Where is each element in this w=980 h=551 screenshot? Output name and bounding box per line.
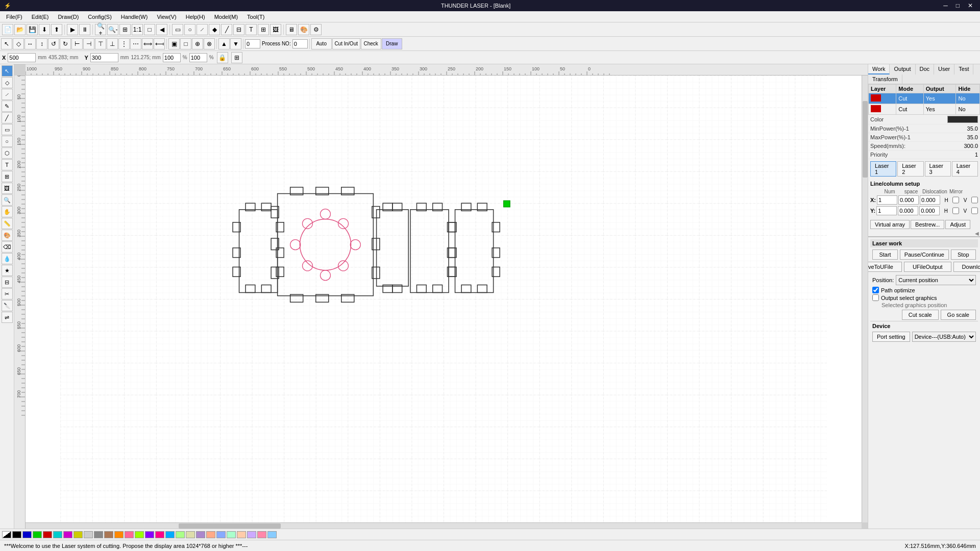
x-input[interactable] xyxy=(8,53,36,62)
color-button[interactable]: 🎨 xyxy=(298,24,309,35)
color-green[interactable] xyxy=(33,531,42,538)
measure-tool[interactable]: 📏 xyxy=(2,218,13,229)
menu-config[interactable]: Config(S) xyxy=(84,13,115,21)
zoom-fit-button[interactable]: ⊞ xyxy=(119,24,131,35)
order-back-btn[interactable]: ▼ xyxy=(230,38,241,49)
save-button[interactable]: 💾 xyxy=(27,24,38,35)
output-select-check[interactable] xyxy=(872,294,879,301)
break-btn[interactable]: ⊗ xyxy=(204,38,215,49)
close-button[interactable]: ✕ xyxy=(965,2,976,9)
cut-tool[interactable]: ✂ xyxy=(2,288,13,299)
color-orange[interactable] xyxy=(114,531,124,538)
color-hot-pink[interactable] xyxy=(155,531,164,538)
para-button[interactable]: ⊟ xyxy=(233,24,244,35)
start-button[interactable]: Start xyxy=(872,249,897,260)
star-tool[interactable]: ★ xyxy=(2,265,13,276)
import-button[interactable]: ⬇ xyxy=(39,24,50,35)
node-edit-tool[interactable]: ◇ xyxy=(13,38,24,49)
horizontal-scrollbar[interactable] xyxy=(26,522,862,529)
mirror-tool[interactable]: ⇌ xyxy=(2,312,13,323)
bezier-tool[interactable]: ⟋ xyxy=(2,89,13,100)
canvas-area[interactable] xyxy=(14,64,868,529)
text-tool[interactable]: T xyxy=(2,159,13,170)
maximize-button[interactable]: □ xyxy=(953,2,963,9)
layer-row-1[interactable]: Cut Yes No xyxy=(869,93,980,104)
lcs-y-mirror-v-check[interactable] xyxy=(971,207,978,215)
display-button[interactable]: 🖥 xyxy=(286,24,297,35)
export-button[interactable]: ⬆ xyxy=(51,24,62,35)
zoom-out-button[interactable]: 🔍- xyxy=(107,24,118,35)
color-tan[interactable] xyxy=(186,531,195,538)
menu-model[interactable]: Model(M) xyxy=(210,13,242,21)
lcs-y-mirror-h-check[interactable] xyxy=(952,207,959,215)
angle-input[interactable] xyxy=(245,39,260,48)
color-swatch-prop[interactable] xyxy=(947,116,978,123)
color-brown[interactable] xyxy=(104,531,113,538)
stop-button[interactable]: Stop xyxy=(951,249,976,260)
align-top-btn[interactable]: ⊤ xyxy=(95,38,106,49)
lcs-x-disloc[interactable] xyxy=(920,195,940,205)
color-pink[interactable] xyxy=(125,531,134,538)
auto-btn[interactable]: Auto xyxy=(311,38,332,49)
layer-row-2[interactable]: Cut Yes No xyxy=(869,104,980,115)
run-button[interactable]: ▶ xyxy=(67,24,78,35)
canvas-content[interactable] xyxy=(26,76,862,522)
color-red[interactable] xyxy=(43,531,52,538)
lcs-x-mirror-v-check[interactable] xyxy=(971,196,978,204)
menu-draw[interactable]: Draw(D) xyxy=(54,13,83,21)
vertical-scrollbar[interactable] xyxy=(862,76,868,522)
knive-tool[interactable]: 🔪 xyxy=(2,300,13,311)
polygon-tool[interactable]: ⬡ xyxy=(2,147,13,159)
color-magenta[interactable] xyxy=(63,531,72,538)
tab-test[interactable]: Test xyxy=(954,64,973,74)
color-blue[interactable] xyxy=(22,531,32,538)
lcs-x-space[interactable] xyxy=(898,195,919,205)
color-rose[interactable] xyxy=(257,531,266,538)
rect-tool[interactable]: ▭ xyxy=(2,124,13,135)
array-tool[interactable]: ⊟ xyxy=(2,277,13,288)
align-left-btn[interactable]: ⊢ xyxy=(71,38,83,49)
position-select[interactable]: Current position Origin Machine origin xyxy=(896,275,976,285)
grid-btn[interactable]: ⊞ xyxy=(231,52,242,63)
collapse-icon[interactable]: ◀ xyxy=(975,231,979,236)
menu-handle[interactable]: Handle(W) xyxy=(117,13,152,21)
ufile-output-button[interactable]: UFileOutput xyxy=(904,262,951,272)
line-button[interactable]: ╱ xyxy=(221,24,232,35)
save-to-ufile-button[interactable]: SaveToUFile xyxy=(868,262,902,272)
color-lavender[interactable] xyxy=(196,531,205,538)
line-tool[interactable]: ╱ xyxy=(2,112,13,123)
tab-doc[interactable]: Doc xyxy=(916,64,935,74)
open-button[interactable]: 📂 xyxy=(14,24,26,35)
select-tool[interactable]: ↖ xyxy=(1,38,12,49)
color-powder-blue[interactable] xyxy=(267,531,277,538)
laser-tab-4[interactable]: Laser 4 xyxy=(952,161,978,177)
scale-y-input[interactable] xyxy=(189,53,207,62)
color-sky-blue[interactable] xyxy=(165,531,175,538)
bitmap-tool[interactable]: 🖼 xyxy=(2,183,13,194)
pan-tool[interactable]: ✋ xyxy=(2,206,13,217)
go-scale-button[interactable]: Go scale xyxy=(941,310,976,320)
flip-h-btn[interactable]: ↔ xyxy=(24,38,36,49)
lock-aspect-btn[interactable]: 🔒 xyxy=(217,52,228,63)
flip-v-btn[interactable]: ↕ xyxy=(36,38,47,49)
tab-user[interactable]: User xyxy=(934,64,954,74)
adjust-button[interactable]: Adjust xyxy=(945,220,970,229)
dist-v-btn[interactable]: ⟻ xyxy=(154,38,165,49)
ellipse-tool[interactable]: ○ xyxy=(2,136,13,147)
laser-tab-1[interactable]: Laser 1 xyxy=(870,161,896,177)
tab-work[interactable]: Work xyxy=(868,64,890,74)
img-button[interactable]: 🖼 xyxy=(270,24,281,35)
spray-tool[interactable]: 💧 xyxy=(2,253,13,264)
no-color-swatch[interactable] xyxy=(2,531,11,538)
rotate-cw-btn[interactable]: ↻ xyxy=(60,38,71,49)
color-mint[interactable] xyxy=(227,531,236,538)
laser-tab-2[interactable]: Laser 2 xyxy=(897,161,923,177)
panel-collapse-handle[interactable]: ◀ xyxy=(868,230,980,236)
rotate-ccw-btn[interactable]: ↺ xyxy=(48,38,59,49)
freehand-tool[interactable]: ✎ xyxy=(2,101,13,112)
combine-btn[interactable]: ⊕ xyxy=(192,38,203,49)
lcs-y-space[interactable] xyxy=(898,206,918,215)
new-button[interactable]: 📄 xyxy=(2,24,13,35)
color-gray[interactable] xyxy=(94,531,103,538)
color-cyan[interactable] xyxy=(53,531,62,538)
